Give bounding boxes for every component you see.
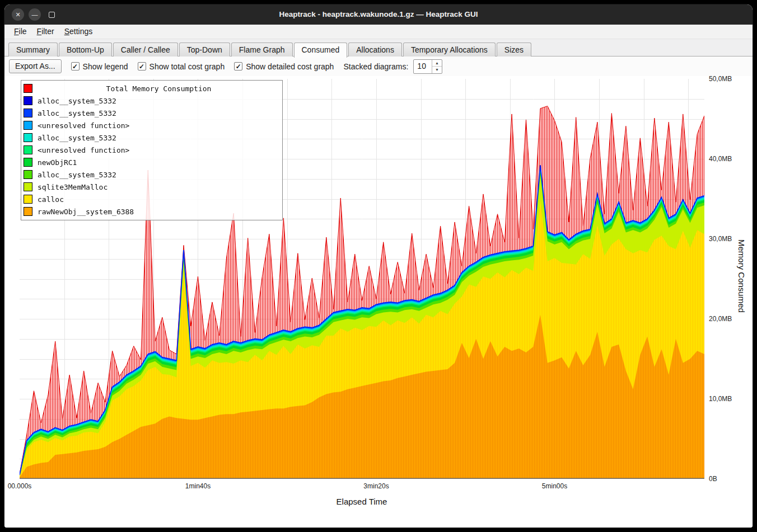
checkbox-box[interactable]: ✓ (71, 62, 80, 70)
y-axis-tick-label: 40,0MB (709, 155, 738, 163)
x-axis-tick-label: 1min40s (185, 482, 211, 490)
maximize-icon[interactable] (45, 8, 58, 21)
y-axis-tick-label: 20,0MB (709, 315, 738, 323)
legend-label: rawNewObj__system_6388 (38, 208, 134, 216)
y-axis-tick-label: 0B (709, 475, 738, 483)
window-controls: ✕ — (12, 8, 62, 21)
chart-legend: Total Memory Consumptionalloc__system_53… (21, 80, 283, 220)
tab-top-down[interactable]: Top-Down (179, 43, 230, 57)
stacked-diagrams-spinbox[interactable]: 10 ▲ ▼ (413, 59, 442, 74)
legend-swatch-icon (24, 182, 32, 191)
y-axis-tick-label: 50,0MB (709, 75, 738, 83)
legend-swatch-icon (24, 109, 32, 117)
legend-row: alloc__system_5332 (24, 131, 280, 144)
menu-filter[interactable]: Filter (32, 25, 59, 36)
legend-swatch-icon (24, 207, 32, 216)
legend-row: alloc__system_5332 (24, 107, 280, 119)
menubar: FileFilterSettings (4, 25, 753, 39)
legend-swatch-icon (24, 170, 32, 179)
legend-label: alloc__system_5332 (38, 97, 116, 105)
tab-caller-callee[interactable]: Caller / Callee (113, 43, 178, 57)
legend-label: sqlite3MemMalloc (38, 183, 108, 191)
spinbox-value: 10 (414, 60, 432, 73)
x-axis-tick-label: 00.000s (8, 482, 32, 490)
window-title: Heaptrack - heaptrack.wakunode.1.gz — He… (4, 4, 753, 25)
legend-swatch-icon (24, 133, 32, 142)
chart-area: Total Memory Consumptionalloc__system_53… (4, 76, 753, 528)
x-axis-title: Elapsed Time (337, 497, 387, 506)
tab-flame-graph[interactable]: Flame Graph (231, 43, 293, 57)
checkbox-show-total-cost-graph[interactable]: ✓Show total cost graph (138, 62, 225, 71)
legend-swatch-icon (24, 195, 32, 204)
tab-temporary-allocations[interactable]: Temporary Allocations (403, 43, 496, 57)
stacked-diagrams-label: Stacked diagrams: (343, 62, 408, 71)
tab-bar: SummaryBottom-UpCaller / CalleeTop-DownF… (4, 39, 753, 57)
x-axis-tick-label: 5min00s (542, 482, 567, 490)
legend-swatch-icon (24, 121, 32, 130)
legend-label: alloc__system_5332 (38, 134, 116, 142)
tab-bottom-up[interactable]: Bottom-Up (59, 43, 112, 57)
app-window: ✕ — Heaptrack - heaptrack.wakunode.1.gz … (4, 4, 753, 528)
checkbox-show-legend[interactable]: ✓Show legend (71, 62, 128, 71)
legend-label: Total Memory Consumption (38, 84, 280, 93)
legend-swatch-icon (24, 96, 32, 105)
tab-summary[interactable]: Summary (8, 43, 58, 57)
y-axis-tick-label: 10,0MB (709, 395, 738, 403)
menu-file[interactable]: File (9, 25, 32, 36)
legend-row: <unresolved function> (24, 144, 280, 156)
minimize-icon[interactable]: — (29, 8, 41, 21)
checkbox-label: Show detailed cost graph (246, 62, 334, 71)
tab-sizes[interactable]: Sizes (497, 43, 531, 57)
toolbar: Export As... ✓Show legend✓Show total cos… (4, 57, 753, 76)
legend-row: calloc (24, 193, 280, 205)
spinbox-arrows: ▲ ▼ (432, 60, 442, 73)
legend-row: newObjRC1 (24, 156, 280, 168)
checkbox-show-detailed-cost-graph[interactable]: ✓Show detailed cost graph (234, 62, 334, 71)
tab-consumed[interactable]: Consumed (294, 43, 348, 58)
checkbox-box[interactable]: ✓ (234, 62, 242, 70)
spinbox-up-icon[interactable]: ▲ (432, 60, 442, 67)
legend-row: sqlite3MemMalloc (24, 181, 280, 193)
tab-allocations[interactable]: Allocations (348, 43, 402, 57)
menu-settings[interactable]: Settings (59, 25, 98, 36)
legend-swatch-icon (24, 158, 32, 167)
legend-row: rawNewObj__system_6388 (24, 205, 280, 218)
legend-label: <unresolved function> (38, 146, 129, 154)
legend-label: newObjRC1 (38, 158, 77, 167)
legend-row: Total Memory Consumption (24, 82, 280, 95)
legend-label: calloc (38, 195, 64, 204)
checkbox-label: Show legend (83, 62, 128, 71)
titlebar: ✕ — Heaptrack - heaptrack.wakunode.1.gz … (4, 4, 753, 25)
legend-swatch-icon (24, 84, 32, 93)
y-axis-title: Memory Consumed (737, 239, 746, 313)
legend-swatch-icon (24, 145, 32, 154)
close-icon[interactable]: ✕ (12, 8, 24, 21)
checkbox-label: Show total cost graph (149, 62, 225, 71)
legend-row: alloc__system_5332 (24, 168, 280, 181)
legend-row: alloc__system_5332 (24, 95, 280, 107)
spinbox-down-icon[interactable]: ▼ (432, 67, 442, 73)
y-axis-tick-label: 30,0MB (709, 235, 738, 243)
legend-row: <unresolved function> (24, 119, 280, 131)
x-axis-tick-label: 3min20s (363, 482, 389, 490)
export-as-button[interactable]: Export As... (9, 59, 62, 73)
legend-label: alloc__system_5332 (38, 109, 116, 117)
legend-label: <unresolved function> (38, 121, 129, 130)
checkbox-box[interactable]: ✓ (138, 62, 146, 70)
legend-label: alloc__system_5332 (38, 171, 116, 179)
